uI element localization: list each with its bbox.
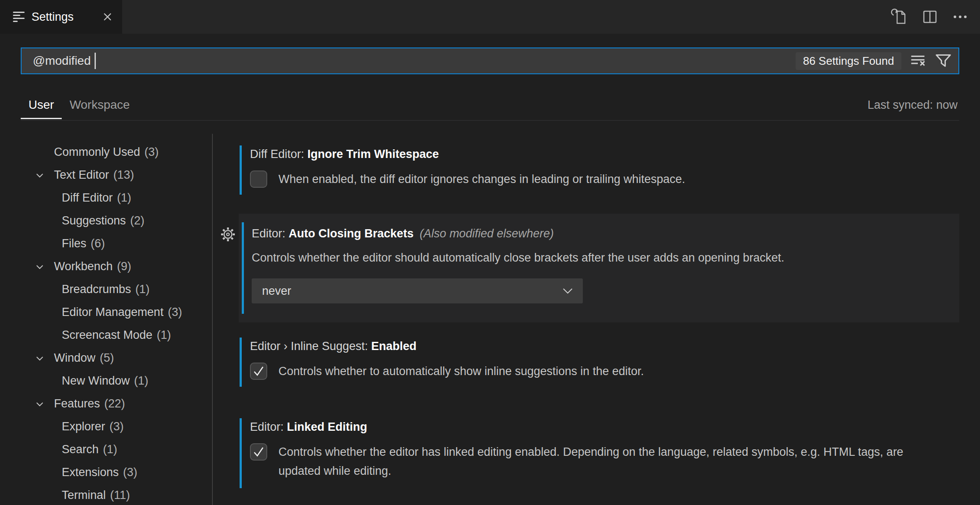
- toc-item-text-editor[interactable]: Text Editor(13): [21, 164, 211, 186]
- setting-description: Controls whether the editor should autom…: [252, 248, 959, 267]
- setting-row-editor-linked-editing: Editor: Linked Editing Controls whether …: [239, 417, 959, 490]
- setting-title: Editor: Linked Editing: [250, 419, 959, 435]
- toc-item-search[interactable]: Search(1): [21, 438, 211, 461]
- close-tab-icon[interactable]: [101, 11, 114, 23]
- auto-closing-brackets-select[interactable]: never: [252, 278, 583, 303]
- tab-title: Settings: [32, 10, 74, 24]
- settings-editor-icon: [13, 11, 25, 22]
- scope-tab-user[interactable]: User: [21, 91, 62, 119]
- more-actions-icon[interactable]: [952, 8, 969, 25]
- toc-item-breadcrumbs[interactable]: Breadcrumbs(1): [21, 278, 211, 301]
- checkmark-icon: [252, 445, 265, 458]
- setting-description: When enabled, the diff editor ignores ch…: [278, 170, 685, 189]
- modified-indicator-bar: [242, 222, 244, 314]
- clear-search-icon[interactable]: [909, 52, 926, 69]
- setting-row-editor-auto-closing-brackets: Editor: Auto Closing Brackets(Also modif…: [239, 214, 959, 322]
- settings-toc: Commonly Used(3) Text Editor(13) Diff Ed…: [21, 141, 211, 505]
- modified-indicator-bar: [240, 145, 242, 195]
- settings-search-input[interactable]: @modified 86 Settings Found: [21, 47, 959, 74]
- chevron-down-icon: [562, 287, 573, 294]
- toc-item-terminal[interactable]: Terminal(11): [21, 484, 211, 505]
- setting-row-diff-editor-ignore-trim-whitespace: Diff Editor: Ignore Trim Whitespace When…: [239, 144, 959, 196]
- toc-resize-sash[interactable]: [212, 134, 213, 505]
- editor-tab-bar: Settings: [0, 0, 980, 34]
- toc-item-new-window[interactable]: New Window(1): [21, 369, 211, 392]
- toc-item-extensions[interactable]: Extensions(3): [21, 461, 211, 484]
- last-synced-label: Last synced: now: [867, 98, 958, 112]
- toc-item-suggestions[interactable]: Suggestions(2): [21, 209, 211, 232]
- inline-suggest-enabled-checkbox[interactable]: [250, 363, 267, 380]
- setting-row-editor-inline-suggest-enabled: Editor › Inline Suggest: Enabled Control…: [239, 336, 959, 388]
- toc-item-window[interactable]: Window(5): [21, 347, 211, 369]
- modified-indicator-bar: [240, 418, 242, 488]
- toc-item-editor-management[interactable]: Editor Management(3): [21, 301, 211, 324]
- split-editor-icon[interactable]: [921, 8, 939, 25]
- setting-title: Diff Editor: Ignore Trim Whitespace: [250, 146, 959, 162]
- filter-settings-icon[interactable]: [934, 52, 952, 70]
- chevron-down-icon[interactable]: [35, 354, 44, 363]
- setting-title: Editor: Auto Closing Brackets(Also modif…: [252, 226, 959, 241]
- text-cursor: [95, 53, 96, 69]
- linked-editing-checkbox[interactable]: [250, 443, 267, 461]
- setting-title: Editor › Inline Suggest: Enabled: [250, 338, 959, 354]
- settings-found-badge: 86 Settings Found: [796, 52, 901, 70]
- settings-scope-row: User Workspace Last synced: now: [21, 90, 959, 121]
- checkmark-icon: [252, 365, 265, 378]
- modified-indicator-bar: [240, 338, 242, 387]
- editor-actions: [890, 0, 969, 34]
- toc-item-explorer[interactable]: Explorer(3): [21, 415, 211, 438]
- scope-tab-workspace[interactable]: Workspace: [62, 91, 138, 119]
- toc-item-diff-editor[interactable]: Diff Editor(1): [21, 186, 211, 209]
- ignore-trim-whitespace-checkbox[interactable]: [250, 170, 267, 188]
- toc-item-commonly-used[interactable]: Commonly Used(3): [21, 141, 211, 164]
- chevron-down-icon[interactable]: [35, 171, 44, 180]
- toc-item-screencast-mode[interactable]: Screencast Mode(1): [21, 324, 211, 347]
- chevron-down-icon[interactable]: [35, 262, 44, 271]
- toc-item-files[interactable]: Files(6): [21, 232, 211, 255]
- toc-item-workbench[interactable]: Workbench(9): [21, 255, 211, 278]
- also-modified-annotation: (Also modified elsewhere): [420, 227, 554, 240]
- gear-icon[interactable]: [219, 225, 237, 243]
- chevron-down-icon[interactable]: [35, 400, 44, 408]
- toc-item-features[interactable]: Features(22): [21, 392, 211, 415]
- open-settings-json-icon[interactable]: [890, 8, 908, 26]
- setting-description: Controls whether the editor has linked e…: [278, 442, 922, 480]
- select-value: never: [262, 284, 291, 298]
- setting-description: Controls whether to automatically show i…: [278, 362, 644, 381]
- settings-tab[interactable]: Settings: [0, 0, 122, 34]
- search-query-text: @modified: [33, 54, 91, 68]
